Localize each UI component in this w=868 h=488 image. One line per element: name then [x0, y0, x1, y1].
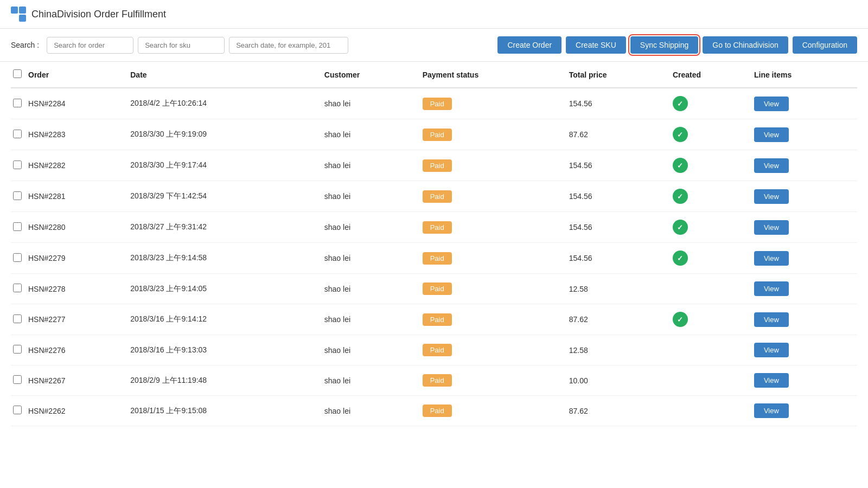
created-check-icon: ✓	[673, 251, 688, 266]
row-payment-status: Paid	[423, 212, 569, 243]
row-total-price: 154.56	[569, 88, 673, 119]
row-checkbox-cell[interactable]	[11, 304, 28, 335]
row-order: HSN#2278	[28, 274, 130, 304]
row-checkbox-cell[interactable]	[11, 274, 28, 304]
view-button[interactable]: View	[754, 189, 789, 204]
row-payment-status: Paid	[423, 150, 569, 181]
row-checkbox-cell[interactable]	[11, 396, 28, 426]
row-line-items[interactable]: View	[754, 150, 857, 181]
row-checkbox-cell[interactable]	[11, 88, 28, 119]
sync-shipping-button[interactable]: Sync Shipping	[630, 36, 699, 54]
row-customer: shao lei	[324, 243, 423, 274]
row-order: HSN#2279	[28, 243, 130, 274]
payment-badge: Paid	[423, 98, 452, 110]
row-created: ✓	[673, 304, 754, 335]
row-customer: shao lei	[324, 365, 423, 396]
row-payment-status: Paid	[423, 88, 569, 119]
view-button[interactable]: View	[754, 281, 789, 296]
row-total-price: 12.58	[569, 274, 673, 304]
row-checkbox-cell[interactable]	[11, 150, 28, 181]
col-total-price: Total price	[569, 62, 673, 88]
created-check-icon: ✓	[673, 96, 688, 111]
row-order: HSN#2276	[28, 335, 130, 365]
row-order: HSN#2281	[28, 181, 130, 212]
row-order: HSN#2262	[28, 396, 130, 426]
go-to-chinadivision-button[interactable]: Go to Chinadivision	[703, 36, 788, 54]
view-button[interactable]: View	[754, 220, 789, 235]
row-line-items[interactable]: View	[754, 335, 857, 365]
select-all-checkbox[interactable]	[13, 69, 22, 78]
view-button[interactable]: View	[754, 97, 789, 111]
row-created: ✓	[673, 181, 754, 212]
row-line-items[interactable]: View	[754, 396, 857, 426]
view-button[interactable]: View	[754, 251, 789, 266]
row-checkbox[interactable]	[13, 375, 22, 384]
row-checkbox[interactable]	[13, 130, 22, 138]
row-payment-status: Paid	[423, 181, 569, 212]
search-order-input[interactable]	[47, 37, 133, 54]
row-checkbox[interactable]	[13, 99, 22, 107]
row-line-items[interactable]: View	[754, 243, 857, 274]
row-line-items[interactable]: View	[754, 365, 857, 396]
view-button[interactable]: View	[754, 343, 789, 357]
view-button[interactable]: View	[754, 403, 789, 418]
row-checkbox[interactable]	[13, 191, 22, 200]
view-button[interactable]: View	[754, 127, 789, 142]
row-checkbox[interactable]	[13, 345, 22, 354]
row-checkbox[interactable]	[13, 160, 22, 169]
table-row: HSN#2280 2018/3/27 上午9:31:42 shao lei Pa…	[11, 212, 857, 243]
row-line-items[interactable]: View	[754, 274, 857, 304]
row-payment-status: Paid	[423, 274, 569, 304]
created-check-icon: ✓	[673, 312, 688, 327]
row-checkbox[interactable]	[13, 253, 22, 262]
row-created	[673, 365, 754, 396]
row-checkbox-cell[interactable]	[11, 212, 28, 243]
row-line-items[interactable]: View	[754, 304, 857, 335]
row-total-price: 87.62	[569, 304, 673, 335]
row-date: 2018/4/2 上午10:26:14	[130, 88, 324, 119]
row-line-items[interactable]: View	[754, 119, 857, 150]
row-created	[673, 396, 754, 426]
row-checkbox-cell[interactable]	[11, 335, 28, 365]
row-payment-status: Paid	[423, 243, 569, 274]
row-line-items[interactable]: View	[754, 181, 857, 212]
row-order: HSN#2277	[28, 304, 130, 335]
row-customer: shao lei	[324, 181, 423, 212]
payment-badge: Paid	[423, 159, 452, 172]
view-button[interactable]: View	[754, 312, 789, 327]
row-checkbox-cell[interactable]	[11, 181, 28, 212]
row-checkbox-cell[interactable]	[11, 243, 28, 274]
create-sku-button[interactable]: Create SKU	[566, 36, 626, 54]
row-total-price: 87.62	[569, 119, 673, 150]
table-row: HSN#2267 2018/2/9 上午11:19:48 shao lei Pa…	[11, 365, 857, 396]
row-checkbox-cell[interactable]	[11, 119, 28, 150]
payment-badge: Paid	[423, 252, 452, 265]
row-checkbox[interactable]	[13, 284, 22, 292]
configuration-button[interactable]: Configuration	[793, 36, 857, 54]
row-total-price: 154.56	[569, 212, 673, 243]
create-order-button[interactable]: Create Order	[497, 36, 561, 54]
row-line-items[interactable]: View	[754, 212, 857, 243]
search-sku-input[interactable]	[138, 37, 225, 54]
row-date: 2018/3/27 上午9:31:42	[130, 212, 324, 243]
row-created: ✓	[673, 119, 754, 150]
table-row: HSN#2281 2018/3/29 下午1:42:54 shao lei Pa…	[11, 181, 857, 212]
app-title: ChinaDivision Order Fulfillment	[31, 9, 166, 20]
row-checkbox-cell[interactable]	[11, 365, 28, 396]
row-order: HSN#2284	[28, 88, 130, 119]
row-date: 2018/3/29 下午1:42:54	[130, 181, 324, 212]
row-date: 2018/3/23 上午9:14:05	[130, 274, 324, 304]
row-checkbox[interactable]	[13, 314, 22, 323]
created-check-icon: ✓	[673, 220, 688, 235]
row-checkbox[interactable]	[13, 222, 22, 231]
table-row: HSN#2276 2018/3/16 上午9:13:03 shao lei Pa…	[11, 335, 857, 365]
row-customer: shao lei	[324, 304, 423, 335]
search-date-input[interactable]	[229, 37, 348, 54]
view-button[interactable]: View	[754, 158, 789, 173]
row-line-items[interactable]: View	[754, 88, 857, 119]
row-total-price: 154.56	[569, 181, 673, 212]
row-checkbox[interactable]	[13, 406, 22, 414]
col-checkbox	[11, 62, 28, 88]
view-button[interactable]: View	[754, 373, 789, 388]
row-customer: shao lei	[324, 119, 423, 150]
